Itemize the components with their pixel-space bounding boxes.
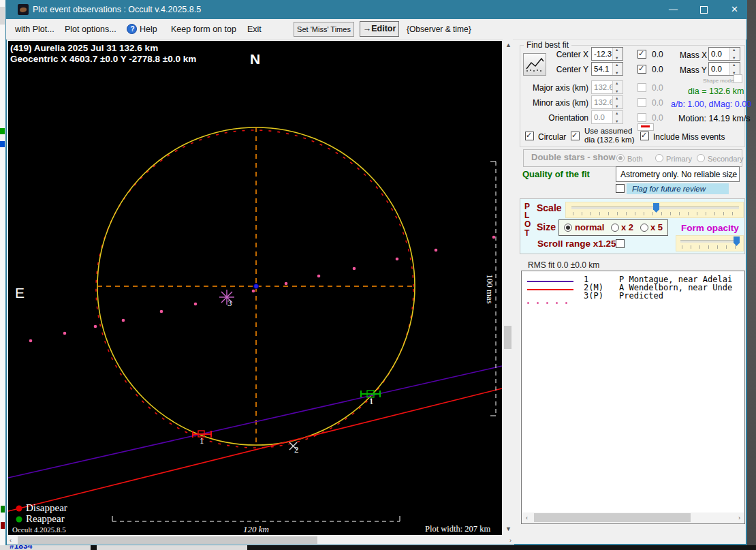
quality-label: Quality of the fit (522, 170, 590, 179)
shape-model-checkbox[interactable] (734, 74, 742, 83)
quality-dropdown[interactable]: Astrometry only. No reliable size (616, 166, 740, 182)
center-x-checkbox[interactable] (637, 50, 646, 59)
minor-axis-label: Minor axis (km) (524, 98, 588, 108)
hscroll-thumb[interactable] (18, 536, 317, 544)
minor-axis-spinner: 132.6 (591, 95, 623, 109)
menu-exit[interactable]: Exit (247, 25, 262, 34)
background-fragment (1, 506, 5, 513)
center-x-label: Center X (531, 50, 588, 59)
plot-letter-t: T (524, 228, 529, 238)
maximize-button[interactable] (689, 0, 719, 19)
minimize-button[interactable]: — (658, 0, 689, 19)
spinner-arrows[interactable] (729, 63, 740, 75)
center-x-spinner[interactable]: -12.3 (591, 47, 623, 61)
ab-text: a/b: 1.00, dMag: 0.00 (671, 100, 751, 109)
mass-x-spinner[interactable]: 0.0 (708, 47, 740, 61)
size-normal-label: normal (575, 223, 604, 232)
assumed-circle (96, 130, 413, 448)
use-assumed-checkbox[interactable] (571, 132, 580, 140)
scroll-right-arrow[interactable]: › (509, 537, 511, 544)
chord-1-line[interactable] (8, 366, 502, 478)
plot-width-label: Plot width: 207 km (425, 524, 490, 534)
major-axis-label: Major axis (km) (524, 83, 588, 93)
scroll-up-arrow[interactable]: ▲ (505, 42, 511, 48)
scroll-right-arrow[interactable]: › (738, 515, 740, 521)
orientation-label: Orientation (524, 113, 588, 123)
disappear-legend-dot (16, 506, 22, 512)
form-opacity-slider[interactable] (676, 235, 744, 251)
motion-text: Motion: 14.19 km/s (678, 114, 751, 123)
size-x5-radio[interactable] (640, 224, 648, 232)
scale-slider-thumb[interactable] (653, 203, 659, 213)
major-cb-label: 0.0 (652, 83, 663, 93)
maximize-icon (700, 6, 708, 14)
menu-with-plot[interactable]: with Plot... (15, 25, 54, 34)
center-y-checkbox[interactable] (637, 65, 646, 74)
marker-2-label: 2 (294, 444, 299, 455)
vscroll-thumb[interactable] (504, 326, 511, 349)
double-primary-label: Primary (666, 154, 692, 164)
scale-label: Scale (537, 203, 562, 213)
scale-bar-label: 120 km (236, 524, 277, 535)
flag-label: Flag for future review (632, 184, 706, 194)
double-secondary-label: Secondary (708, 154, 744, 164)
menu-help[interactable]: Help (140, 25, 157, 34)
find-best-fit-label: Find best fit (524, 40, 571, 50)
close-button[interactable]: ✕ (719, 0, 750, 19)
menu-keep-on-top[interactable]: Keep form on top (171, 25, 236, 34)
spinner-arrows (612, 111, 623, 123)
quality-value: Astrometry only. No reliable size (620, 170, 737, 179)
editor-button[interactable]: →Editor (360, 21, 399, 37)
center-point (254, 284, 259, 289)
center-y-label: Center Y (531, 65, 588, 74)
slider-groove (680, 240, 739, 243)
marker-1-red-label: 1 (200, 436, 204, 446)
scroll-left-arrow[interactable]: ‹ (10, 537, 12, 544)
obs-list-hscrollbar[interactable]: ‹ › (522, 513, 744, 523)
major-axis-spinner: 132.6 (591, 80, 623, 94)
scroll-down-arrow[interactable]: ▼ (505, 525, 511, 532)
reappear-legend-dot (16, 517, 22, 523)
obs-row-num[interactable]: 3(P) (584, 291, 603, 301)
north-label: N (250, 51, 260, 67)
size-normal-radio[interactable] (564, 224, 572, 232)
menu-plot-options[interactable]: Plot options... (65, 25, 116, 34)
plot-letter-l: L (524, 211, 529, 220)
scroll-left-arrow[interactable]: ‹ (526, 515, 528, 521)
center-y-spinner[interactable]: 54.1 (591, 62, 623, 76)
spinner-arrows[interactable] (612, 48, 623, 60)
red-dash-indicator[interactable] (637, 123, 654, 131)
plot-canvas[interactable] (8, 41, 502, 535)
obs-row-name[interactable]: Predicted (619, 291, 663, 301)
orientation-checkbox (637, 113, 646, 122)
marker-1-green-label: 1 (369, 396, 374, 407)
center-x-cb-label: 0.0 (652, 50, 663, 59)
circular-checkbox[interactable] (525, 132, 534, 140)
plot-vscrollbar[interactable]: ▲ ▼ (503, 39, 513, 535)
set-miss-times-button[interactable]: Set 'Miss' Times (294, 22, 354, 37)
plot-area[interactable]: (419) Aurelia 2025 Jul 31 132.6 km Geoce… (8, 41, 502, 535)
include-miss-label: Include Miss events (653, 132, 725, 142)
background-fragment (0, 7, 5, 25)
spinner-arrows[interactable] (612, 63, 623, 75)
spinner-arrows (612, 96, 623, 108)
size-x5-label: x 5 (650, 223, 663, 232)
size-x2-radio[interactable] (611, 224, 619, 232)
form-opacity-thumb[interactable] (734, 236, 740, 246)
double-both-label: Both (627, 154, 643, 164)
observations-listbox[interactable]: 1 P Montague, near Adelai 2(M) A Wendelb… (521, 271, 745, 524)
title-bar[interactable]: Plot event observations : Occult v.4.202… (5, 0, 747, 19)
obs-hscroll-thumb[interactable] (534, 513, 691, 522)
spinner-arrows[interactable] (729, 48, 740, 60)
reappear-label: Reappear (26, 513, 65, 525)
mass-y-spinner[interactable]: 0.0 (708, 62, 740, 76)
include-miss-checkbox[interactable] (640, 132, 649, 140)
mass-y-label: Mass Y (680, 65, 707, 75)
plot-hscrollbar[interactable]: ‹ › (7, 536, 514, 545)
plot-letter-o: O (524, 219, 531, 229)
scale-slider[interactable] (565, 202, 744, 218)
help-icon (127, 24, 137, 34)
chord-2-line[interactable] (8, 388, 502, 511)
scroll-range-checkbox[interactable] (616, 239, 625, 248)
flag-checkbox[interactable] (616, 184, 625, 193)
